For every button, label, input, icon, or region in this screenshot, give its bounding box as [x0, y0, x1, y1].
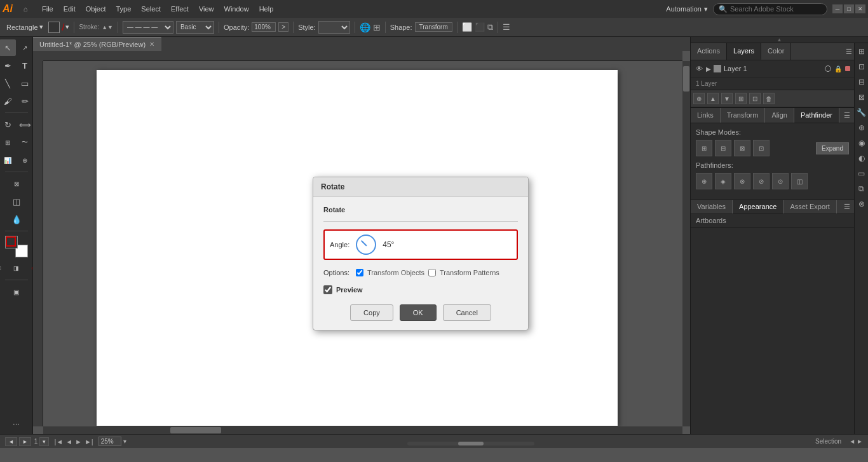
line-tool[interactable]: ╲: [0, 75, 16, 92]
copy-button[interactable]: Copy: [350, 304, 393, 321]
eyedropper-tool[interactable]: 💧: [8, 211, 25, 228]
intersect-button[interactable]: ⊠: [734, 140, 750, 156]
menu-effect[interactable]: Effect: [166, 3, 194, 15]
automation-menu[interactable]: Automation ▾: [661, 3, 713, 15]
basic-select[interactable]: Basic: [176, 21, 214, 34]
rect-tool[interactable]: ▭: [17, 75, 33, 92]
menu-type[interactable]: Type: [111, 3, 137, 15]
scroll-bar-progress[interactable]: [407, 442, 534, 445]
panel-settings-button[interactable]: ☰: [844, 43, 854, 60]
rotate-tool[interactable]: ↻: [0, 116, 16, 133]
clip-mode[interactable]: ⊘: [25, 260, 34, 276]
scale-tool[interactable]: ⊞: [0, 134, 16, 151]
more-tools-button[interactable]: ···: [8, 415, 25, 431]
menu-file[interactable]: File: [37, 3, 58, 15]
scrollbar-vertical[interactable]: [682, 61, 690, 426]
merge-layers-button[interactable]: ⊡: [749, 93, 761, 104]
tab-asset-export[interactable]: Asset Export: [783, 200, 836, 214]
tab-layers[interactable]: Layers: [727, 43, 761, 60]
home-button[interactable]: ⌂: [18, 1, 33, 17]
tab-transform[interactable]: Transform: [721, 108, 766, 123]
minus-back-button[interactable]: ◫: [791, 173, 808, 189]
layer-name[interactable]: Layer 1: [724, 65, 822, 72]
direct-select-tool[interactable]: ↗: [17, 39, 33, 56]
tab-appearance[interactable]: Appearance: [733, 200, 783, 214]
panel-icon-6[interactable]: ⊕: [856, 122, 867, 133]
exclude-button[interactable]: ⊡: [753, 140, 770, 156]
ok-button[interactable]: OK: [400, 304, 437, 321]
style-select[interactable]: [318, 21, 350, 34]
outline-button[interactable]: ⊙: [772, 173, 789, 189]
panel-icon-1[interactable]: ⊞: [856, 46, 867, 57]
fill-dropdown[interactable]: / ▾: [62, 22, 70, 32]
shape-selector[interactable]: Rectangle ▾: [4, 22, 46, 32]
next-artboard-button[interactable]: ►: [75, 438, 82, 445]
layer-options-button[interactable]: ⊞: [735, 93, 747, 104]
preview-checkbox[interactable]: [323, 285, 332, 294]
artboard-mode[interactable]: ▣: [8, 283, 25, 300]
bottom-panel-settings[interactable]: ☰: [840, 108, 854, 123]
menu-edit[interactable]: Edit: [58, 3, 81, 15]
panel-icon-3[interactable]: ⊟: [856, 76, 867, 88]
paintbrush-tool[interactable]: 🖌: [0, 93, 16, 109]
search-stock-input[interactable]: [730, 5, 822, 13]
move-layer-up-button[interactable]: ▲: [707, 93, 719, 104]
angle-dial[interactable]: [356, 234, 376, 255]
delete-layer-button[interactable]: 🗑: [763, 93, 775, 104]
arrange-button[interactable]: ⧉: [487, 22, 493, 32]
minus-front-button[interactable]: ⊟: [715, 140, 731, 156]
tab-actions[interactable]: Actions: [691, 43, 727, 60]
tab-variables[interactable]: Variables: [691, 200, 733, 214]
symbol-tool[interactable]: ⊕: [17, 152, 33, 168]
minimize-button[interactable]: ─: [832, 4, 843, 13]
layer-visibility-icon[interactable]: 👁: [695, 64, 703, 73]
menu-window[interactable]: Window: [219, 3, 254, 15]
panel-icon-9[interactable]: ▭: [856, 168, 867, 179]
zoom-prev-button[interactable]: ◄: [5, 437, 17, 446]
first-artboard-button[interactable]: |◄: [54, 438, 63, 445]
align-left-button[interactable]: ⬜: [462, 22, 472, 32]
divide-button[interactable]: ⊕: [696, 173, 712, 189]
transform-objects-checkbox[interactable]: [356, 269, 363, 276]
pencil-tool[interactable]: ✏: [17, 93, 33, 109]
zoom-next-button[interactable]: ►: [19, 437, 31, 446]
zoom-input[interactable]: [98, 437, 121, 446]
panel-icon-2[interactable]: ⊡: [856, 61, 867, 72]
layer-lock-icon[interactable]: 🔒: [834, 64, 843, 73]
type-tool[interactable]: T: [17, 57, 33, 74]
pen-tool[interactable]: ✒: [0, 57, 16, 74]
graph-tool[interactable]: 📊: [0, 152, 16, 168]
opacity-input[interactable]: [252, 22, 276, 32]
angle-input[interactable]: [383, 240, 414, 249]
warp-tool[interactable]: 〜: [17, 134, 33, 151]
align-center-button[interactable]: ⬛: [475, 22, 485, 32]
menu-view[interactable]: View: [194, 3, 219, 15]
tab-color[interactable]: Color: [761, 43, 791, 60]
gradient-tool[interactable]: ◫: [8, 193, 25, 210]
move-layer-down-button[interactable]: ▼: [721, 93, 733, 104]
crop-button[interactable]: ⊘: [753, 173, 770, 189]
tab-pathfinder[interactable]: Pathfinder: [794, 108, 839, 123]
tab-links[interactable]: Links: [691, 108, 721, 123]
menu-help[interactable]: Help: [254, 3, 279, 15]
fill-color-swatch[interactable]: [48, 22, 60, 33]
transform-button[interactable]: Transform: [415, 22, 452, 32]
layer-expand-icon[interactable]: ▶: [706, 65, 711, 72]
stroke-stepper[interactable]: ▲▼: [102, 24, 113, 31]
status-next-button[interactable]: ►: [857, 438, 863, 445]
unite-button[interactable]: ⊞: [696, 140, 712, 156]
panel-icon-5[interactable]: 🔧: [856, 107, 867, 118]
transform-patterns-checkbox[interactable]: [428, 269, 436, 276]
globe-button[interactable]: 🌐: [360, 22, 370, 32]
grid-button[interactable]: ⊞: [373, 22, 381, 32]
panel-collapse-bar[interactable]: ▲: [691, 37, 868, 43]
draw-mode[interactable]: ◨: [8, 260, 25, 276]
stroke-style-select[interactable]: — — — —: [123, 21, 173, 34]
merge-button[interactable]: ⊗: [734, 173, 750, 189]
selection-tool[interactable]: ↖: [0, 39, 16, 56]
scrollbar-horizontal[interactable]: [43, 426, 682, 434]
last-artboard-button[interactable]: ►|: [85, 438, 93, 445]
normal-mode[interactable]: □: [0, 260, 8, 276]
artboard-count-button[interactable]: ▾: [39, 437, 49, 446]
layer-target-icon[interactable]: [825, 65, 831, 72]
